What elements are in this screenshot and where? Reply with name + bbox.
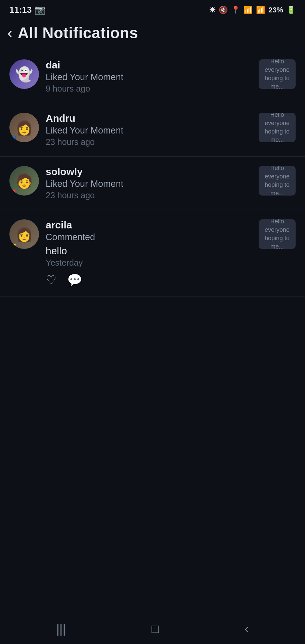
notif-time: Yesterday: [46, 258, 252, 268]
notification-content: Andru Liked Your Moment 23 hours ago: [46, 113, 252, 147]
notif-action: Commented: [46, 232, 252, 243]
thumbnail-text: Hello everyone hoping to me...: [259, 219, 296, 249]
notif-action: Liked Your Moment: [46, 72, 252, 83]
notif-username: dai: [46, 59, 252, 71]
bottom-nav: ||| □ ‹: [0, 614, 305, 644]
thumbnail-preview[interactable]: Hello everyone hoping to me...: [259, 219, 296, 249]
signal-icon: 📶: [256, 6, 265, 14]
status-left: 11:13 📷: [9, 5, 45, 15]
notif-time: 23 hours ago: [46, 137, 252, 147]
thumbnail-preview[interactable]: Hello everyone hoping to me...: [259, 59, 296, 89]
avatar: 🇨🇴: [9, 219, 39, 249]
notification-item[interactable]: 🇨🇴 arcila Commented hello Yesterday ♡ 💬 …: [0, 210, 305, 297]
camera-icon: 📷: [35, 5, 45, 15]
location-icon: 📍: [231, 6, 240, 14]
battery-icon: 🔋: [287, 6, 296, 14]
back-button[interactable]: ‹: [7, 25, 12, 40]
battery-percent: 23%: [268, 6, 283, 14]
avatar: [9, 59, 39, 89]
notif-action: Liked Your Moment: [46, 179, 252, 189]
nav-home-button[interactable]: □: [141, 619, 169, 639]
notification-content: solowly Liked Your Moment 23 hours ago: [46, 166, 252, 200]
notif-username: solowly: [46, 166, 252, 177]
notification-item[interactable]: dai Liked Your Moment 9 hours ago Hello …: [0, 50, 305, 103]
wifi-icon: 📶: [244, 6, 253, 14]
notif-time: 23 hours ago: [46, 191, 252, 200]
header: ‹ All Notifications: [0, 18, 305, 50]
thumbnail-preview[interactable]: Hello everyone hoping to me...: [259, 113, 296, 142]
avatar: 🟦: [9, 113, 39, 142]
avatar-flag: 🟦: [10, 136, 18, 142]
status-right: ✳ 🔇 📍 📶 📶 23% 🔋: [209, 6, 296, 14]
status-bar: 11:13 📷 ✳ 🔇 📍 📶 📶 23% 🔋: [0, 0, 305, 18]
notif-username: Andru: [46, 113, 252, 124]
notif-time: 9 hours ago: [46, 84, 252, 94]
thumbnail-preview[interactable]: Hello everyone hoping to me...: [259, 166, 296, 196]
notif-action: Liked Your Moment: [46, 125, 252, 136]
comment-icon[interactable]: 💬: [67, 273, 82, 287]
bluetooth-icon: ✳: [209, 6, 215, 14]
notif-actions: ♡ 💬: [46, 273, 252, 287]
notification-list: dai Liked Your Moment 9 hours ago Hello …: [0, 50, 305, 297]
page-title: All Notifications: [18, 24, 138, 42]
thumbnail-text: Hello everyone hoping to me...: [259, 166, 296, 196]
sound-icon: 🔇: [219, 6, 228, 14]
notification-item[interactable]: 🟦 Andru Liked Your Moment 23 hours ago H…: [0, 103, 305, 157]
avatar-flag: 🟥: [10, 190, 18, 195]
notification-content: dai Liked Your Moment 9 hours ago: [46, 59, 252, 94]
thumbnail-text: Hello everyone hoping to me...: [259, 113, 296, 142]
thumbnail-text: Hello everyone hoping to me...: [259, 59, 296, 89]
nav-menu-button[interactable]: |||: [46, 619, 76, 639]
like-icon[interactable]: ♡: [46, 273, 56, 287]
notification-content: arcila Commented hello Yesterday ♡ 💬: [46, 219, 252, 287]
status-time: 11:13: [9, 5, 32, 15]
avatar: 🟥: [9, 166, 39, 196]
notification-item[interactable]: 🟥 solowly Liked Your Moment 23 hours ago…: [0, 157, 305, 210]
avatar-flag: 🇨🇴: [10, 243, 18, 248]
notif-comment-text: hello: [46, 245, 252, 257]
nav-back-button[interactable]: ‹: [234, 619, 259, 639]
notif-username: arcila: [46, 219, 252, 231]
